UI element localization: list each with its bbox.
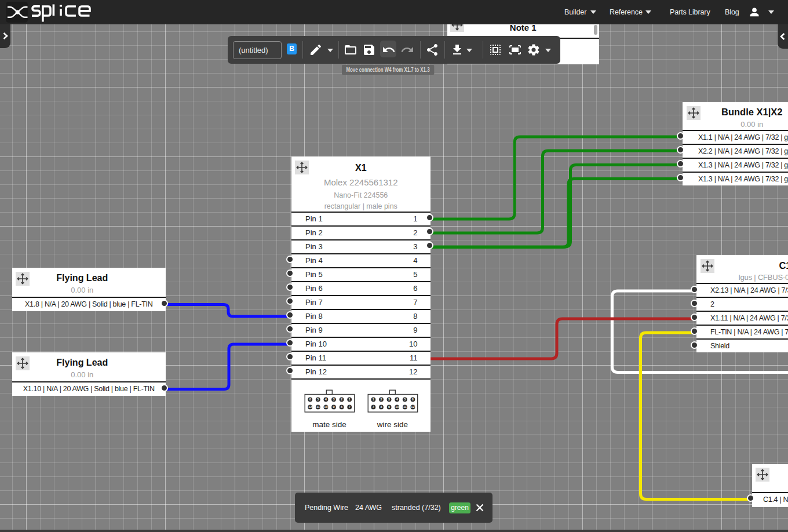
svg-text:10: 10 (324, 405, 327, 409)
svg-text:9: 9 (333, 405, 334, 409)
svg-text:5: 5 (404, 398, 406, 401)
svg-text:7: 7 (373, 405, 374, 409)
svg-text:6: 6 (412, 398, 414, 401)
svg-text:10: 10 (395, 405, 399, 409)
svg-text:9: 9 (388, 405, 390, 409)
svg-text:8: 8 (341, 405, 342, 409)
svg-text:1: 1 (373, 398, 374, 401)
svg-text:12: 12 (411, 405, 414, 409)
svg-text:8: 8 (380, 405, 382, 409)
svg-text:2: 2 (341, 398, 342, 401)
svg-text:7: 7 (349, 405, 351, 409)
svg-text:12: 12 (308, 405, 312, 409)
svg-text:11: 11 (316, 405, 320, 409)
svg-text:3: 3 (333, 398, 334, 401)
svg-text:1: 1 (349, 398, 351, 401)
svg-text:5: 5 (317, 398, 319, 401)
svg-text:3: 3 (388, 398, 390, 401)
svg-text:6: 6 (309, 398, 311, 401)
svg-text:2: 2 (380, 398, 382, 401)
svg-text:11: 11 (403, 405, 407, 409)
svg-text:wire side: wire side (377, 420, 408, 429)
svg-text:mate side: mate side (312, 420, 346, 429)
